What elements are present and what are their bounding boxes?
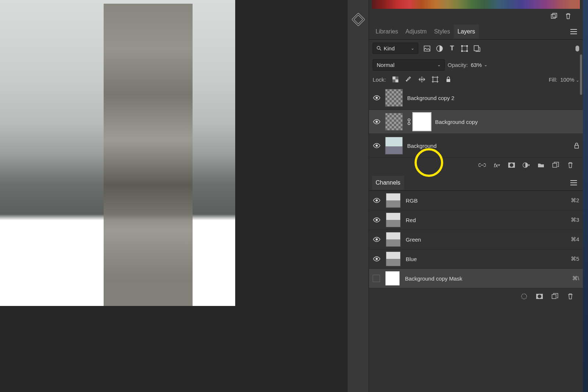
channel-thumbnail [386,213,401,227]
scrollbar[interactable] [580,54,582,95]
chevron-down-icon: ⌄ [411,46,414,51]
visibility-eye-icon[interactable] [373,196,381,204]
svg-rect-12 [395,79,398,82]
svg-point-24 [510,163,513,167]
layer-mask-thumbnail[interactable] [413,113,431,131]
tab-channels[interactable]: Channels [372,176,404,190]
link-icon[interactable] [407,118,411,125]
group-icon[interactable] [537,161,545,169]
channel-shortcut: ⌘5 [571,256,579,262]
fill-value[interactable]: 100% ⌄ [560,76,579,83]
panel-menu-icon[interactable] [567,180,580,185]
channels-footer [369,288,583,304]
3d-cube-icon[interactable] [351,13,365,26]
channel-shortcut: ⌘4 [571,236,579,243]
svg-rect-13 [395,76,398,79]
svg-rect-11 [392,76,395,79]
layer-row[interactable]: Background copy 2 [369,86,583,110]
lock-label: Lock: [373,76,386,83]
layer-filter-row: Kind ⌄ T [369,40,583,57]
lock-brush-icon[interactable] [405,76,412,83]
channel-shortcut: ⌘2 [571,197,579,204]
svg-rect-1 [553,13,557,17]
channel-name: RGB [406,197,418,204]
new-layer-icon[interactable] [552,161,559,169]
opacity-value[interactable]: 63% ⌄ [471,62,487,68]
lock-artboard-icon[interactable] [431,76,439,83]
blend-mode-row: Normal ⌄ Opacity: 63% ⌄ [369,57,583,73]
add-mask-icon[interactable] [508,161,515,169]
adjustment-layer-icon[interactable]: ▾ [523,161,530,169]
svg-point-20 [408,122,410,125]
filter-image-icon[interactable] [423,45,431,52]
channel-row[interactable]: RGB ⌘2 [369,191,583,210]
lock-all-icon[interactable] [445,76,452,83]
filter-kind-dropdown[interactable]: Kind ⌄ [373,43,418,54]
right-panel: Libraries Adjustm Styles Layers Kind ⌄ T [348,0,588,392]
lock-icon [574,143,579,149]
channel-row[interactable]: Blue ⌘5 [369,249,583,269]
blend-mode-dropdown[interactable]: Normal ⌄ [373,59,445,71]
panel-menu-icon[interactable] [567,29,580,34]
channel-name: Red [406,217,416,223]
filter-adjustment-icon[interactable] [436,45,443,52]
new-channel-icon[interactable] [551,293,559,300]
document-canvas[interactable] [0,0,235,306]
layer-fx-icon[interactable]: fx▾ [493,161,501,169]
trash-icon[interactable] [567,161,574,169]
filter-smartobject-icon[interactable] [473,45,481,52]
link-layers-icon[interactable] [478,161,486,169]
desktop-edge [583,0,588,392]
swatches-strip[interactable] [372,0,580,9]
tab-layers[interactable]: Layers [454,25,479,39]
tab-libraries[interactable]: Libraries [372,25,402,39]
svg-point-17 [376,97,378,99]
layer-thumbnail[interactable] [385,89,403,107]
new-swatch-icon[interactable] [551,13,558,20]
layer-name[interactable]: Background copy 2 [407,95,454,101]
layers-panel-tabs: Libraries Adjustm Styles Layers [369,24,583,40]
load-selection-icon[interactable] [520,293,528,300]
visibility-empty-icon[interactable] [373,275,380,282]
svg-rect-26 [553,163,557,167]
layer-name[interactable]: Background copy [435,119,478,125]
filter-shape-icon[interactable] [461,45,468,52]
trash-icon[interactable] [567,293,574,300]
svg-rect-7 [466,45,468,47]
collapsed-dock [348,0,369,392]
channels-list: RGB ⌘2 Red ⌘3 Green ⌘4 Blue ⌘5 [369,191,583,288]
lock-row: Lock: Fill: 100% ⌄ [369,73,583,86]
channel-row[interactable]: Background copy Mask ⌘\ [369,269,583,288]
visibility-eye-icon[interactable] [373,216,381,224]
svg-rect-15 [433,77,437,82]
visibility-eye-icon[interactable] [373,255,381,263]
canvas-overlay-image [104,4,193,306]
trash-icon[interactable] [564,13,572,20]
visibility-eye-icon[interactable] [373,142,381,150]
filter-type-icons: T [423,45,481,52]
layer-row[interactable]: Background [369,134,583,158]
svg-rect-0 [551,14,555,18]
visibility-eye-icon[interactable] [373,118,381,126]
canvas-area[interactable] [0,0,348,392]
tab-adjustments[interactable]: Adjustm [402,25,430,39]
layer-row[interactable]: Background copy [369,110,583,134]
filter-type-icon[interactable]: T [448,45,456,52]
layer-thumbnail[interactable] [385,137,403,154]
svg-rect-10 [474,46,478,51]
channel-name: Background copy Mask [405,275,462,282]
visibility-eye-icon[interactable] [373,235,381,243]
channel-row[interactable]: Red ⌘3 [369,210,583,230]
save-selection-icon[interactable] [536,293,543,300]
filter-toggle[interactable] [576,46,579,51]
layers-footer: fx▾ ▾ [369,158,583,172]
visibility-eye-icon[interactable] [373,94,381,102]
layers-list: Background copy 2 Background copy Backgr… [369,86,583,158]
filter-kind-label: Kind [384,45,395,51]
layer-thumbnail[interactable] [385,113,403,131]
tab-styles[interactable]: Styles [430,25,454,39]
channel-row[interactable]: Green ⌘4 [369,230,583,249]
lock-position-icon[interactable] [418,76,426,83]
lock-transparency-icon[interactable] [392,76,399,83]
layer-name[interactable]: Background [407,143,437,149]
